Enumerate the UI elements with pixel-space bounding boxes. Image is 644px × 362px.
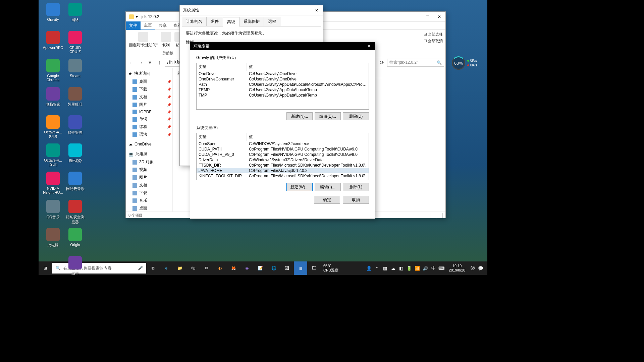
env-titlebar[interactable]: 环境变量 ✕ — [190, 42, 375, 50]
select-all-button[interactable]: ☑ 全部选择 — [424, 31, 443, 38]
desktop-icon-[interactable]: 网络 — [65, 3, 86, 22]
desktop-icon-cpuidcpuz[interactable]: CPUID CPU-Z — [65, 31, 86, 54]
tray-wifi-icon[interactable]: 📶 — [413, 261, 421, 275]
tray-icon-1[interactable]: ▦ — [381, 261, 389, 275]
sysprops-tab[interactable]: 系统保护 — [239, 17, 264, 26]
taskbar-app3[interactable]: 🗔 — [307, 261, 321, 275]
sysprops-tab[interactable]: 计算机名 — [182, 17, 207, 26]
tray-keyboard-icon[interactable]: ⌨ — [437, 261, 445, 275]
col-variable[interactable]: 变量 — [197, 63, 247, 71]
nav-onedrive[interactable]: ☁ OneDrive — [126, 140, 172, 148]
history-button[interactable]: ▾ — [146, 59, 154, 67]
var-row[interactable]: OneDriveConsumerC:\Users\Gravity\OneDriv… — [197, 76, 369, 82]
taskbar-app1[interactable]: ◐ — [213, 261, 227, 275]
copy-button[interactable]: 复制 — [160, 31, 172, 49]
tab-share[interactable]: 共享 — [155, 21, 170, 30]
start-button[interactable]: ⊞ — [39, 261, 52, 275]
var-row[interactable]: JAVA_HOMEC:\Program Files\Java\jdk-12.0.… — [197, 168, 369, 173]
nav-item[interactable]: 3D 对象 — [126, 158, 172, 166]
nav-item[interactable]: 音乐 — [126, 197, 172, 204]
nav-item[interactable]: 文档📌 — [126, 93, 172, 101]
var-row[interactable]: ComSpecC:\WINDOWS\system32\cmd.exe — [197, 141, 369, 146]
col-value[interactable]: 值 — [247, 63, 369, 71]
desktop-icon-[interactable]: 猎豹安全浏览器 — [65, 200, 86, 225]
pin-button[interactable]: 固定到"快速访问" — [128, 31, 158, 49]
sysprops-tab[interactable]: 远程 — [264, 17, 280, 26]
nav-this-pc[interactable]: 💻 此电脑 — [126, 150, 172, 158]
var-row[interactable]: KINECT_TOOLKIT_DIRC:\Program Files\Micro… — [197, 173, 369, 179]
taskbar-eclipse[interactable]: ◉ — [240, 261, 254, 275]
desktop-icon-[interactable]: 迅雷 — [65, 256, 86, 275]
cancel-button[interactable]: 取消 — [343, 196, 369, 204]
var-row[interactable]: TMPC:\Users\Gravity\AppData\Local\Temp — [197, 93, 369, 98]
nav-pane[interactable]: ★ 快速访问 桌面📌下载📌文档📌图片📌IOPDF📌单词📌课程📌语法📌 ☁ One… — [126, 68, 173, 212]
select-none-button[interactable]: ☐ 全部取消 — [424, 38, 443, 45]
user-delete-button[interactable]: 删除(D) — [343, 112, 369, 120]
tray-battery-icon[interactable]: 🔋 — [405, 261, 413, 275]
nav-quick-access[interactable]: ★ 快速访问 — [126, 69, 172, 78]
desktop-icon-[interactable]: 软件管理 — [65, 115, 86, 135]
minimize-button[interactable]: — — [409, 12, 421, 22]
desktop-icon-apowerrec[interactable]: ApowerREC — [43, 31, 63, 50]
var-row[interactable]: TEMPC:\Users\Gravity\AppData\Local\Temp — [197, 87, 369, 93]
desktop-icon-nvidiansighthu[interactable]: NVIDIA Nsight HU... — [43, 172, 63, 194]
desktop-icon-[interactable]: 电脑管家 — [43, 87, 63, 107]
taskbar-mail[interactable]: ✉ — [200, 261, 213, 275]
col-value[interactable]: 值 — [247, 133, 369, 141]
nav-item[interactable]: 图片 — [126, 174, 172, 181]
tray-ime-icon[interactable]: 中 — [429, 261, 437, 275]
view-icons-button[interactable] — [437, 213, 443, 218]
sys-new-button[interactable]: 新建(W)... — [286, 183, 313, 191]
user-edit-button[interactable]: 编辑(E)... — [315, 112, 341, 120]
tab-file[interactable]: 文件 — [126, 21, 141, 30]
desktop-icon-octave4cli[interactable]: Octave-4...(CLI) — [43, 115, 63, 138]
var-row[interactable]: KINECTSDK10_DIRC:\Program Files\Microsof… — [197, 179, 369, 180]
nav-item[interactable]: IOPDF📌 — [126, 109, 172, 115]
user-new-button[interactable]: 新建(N)... — [286, 112, 313, 120]
desktop-icon-qq[interactable]: QQ音乐 — [43, 200, 63, 220]
task-view-button[interactable]: ⧉ — [146, 261, 160, 275]
tray-people-icon[interactable]: 👤 — [365, 261, 373, 275]
close-button[interactable]: ✕ — [363, 41, 375, 51]
desktop-icon-gravity[interactable]: Gravity — [43, 3, 63, 21]
up-button[interactable]: ↑ — [155, 59, 163, 67]
user-vars-table[interactable]: 变量值 OneDriveC:\Users\Gravity\OneDriveOne… — [196, 63, 369, 110]
desktop-icon-qq[interactable]: 腾讯QQ — [65, 143, 86, 163]
nav-item[interactable]: 桌面 — [126, 204, 172, 212]
tab-home[interactable]: 主页 — [141, 21, 155, 30]
desktop-icon-googlechrome[interactable]: Google Chrome — [43, 59, 63, 82]
col-variable[interactable]: 变量 — [197, 133, 247, 141]
taskbar-firefox[interactable]: 🦊 — [227, 261, 240, 275]
close-button[interactable]: ✕ — [311, 5, 323, 15]
nav-item[interactable]: 桌面📌 — [126, 78, 172, 85]
taskbar-explorer[interactable]: 📁 — [173, 261, 186, 275]
tray-onedrive-icon[interactable]: ☁ — [389, 261, 397, 275]
taskbar-store[interactable]: 🛍 — [186, 261, 200, 275]
desktop-icon-[interactable]: 网易云音乐 — [65, 172, 86, 191]
var-row[interactable]: FTSDK_DIRC:\Program Files\Microsoft SDKs… — [197, 163, 369, 168]
sys-delete-button[interactable]: 删除(L) — [343, 183, 369, 191]
performance-widget[interactable]: 63% 0K/s 0K/s — [452, 56, 483, 70]
maximize-button[interactable]: ☐ — [421, 12, 433, 22]
taskbar-photos[interactable]: 🖼 — [280, 261, 294, 275]
var-row[interactable]: PathC:\Users\Gravity\AppData\Local\Micro… — [197, 82, 369, 87]
tray-icon-3[interactable]: Ⓜ — [469, 261, 477, 275]
nav-item[interactable]: 课程📌 — [126, 123, 172, 131]
nav-item[interactable]: 下载📌 — [126, 85, 172, 93]
mic-icon[interactable]: 🎤 — [138, 266, 143, 270]
sysprops-tab[interactable]: 硬件 — [206, 17, 223, 26]
desktop-icon-[interactable]: 阿里旺旺 — [65, 87, 86, 107]
tray-icon-2[interactable]: ◧ — [397, 261, 405, 275]
close-button[interactable]: ✕ — [433, 12, 445, 22]
nav-item[interactable]: 下载 — [126, 189, 172, 197]
sysprops-titlebar[interactable]: 系统属性 ✕ — [180, 5, 323, 15]
ok-button[interactable]: 确定 — [314, 196, 340, 204]
nav-item[interactable]: 图片📌 — [126, 101, 172, 109]
tray-volume-icon[interactable]: 🔊 — [421, 261, 429, 275]
tray-chevron-up-icon[interactable]: ⌃ — [373, 261, 381, 275]
nav-item[interactable]: 视频 — [126, 166, 172, 174]
forward-button[interactable]: → — [137, 59, 145, 67]
taskbar-app2[interactable]: ▦ — [294, 261, 307, 275]
taskbar-edge[interactable]: e — [160, 261, 173, 275]
taskbar-chrome[interactable]: 🌐 — [267, 261, 280, 275]
